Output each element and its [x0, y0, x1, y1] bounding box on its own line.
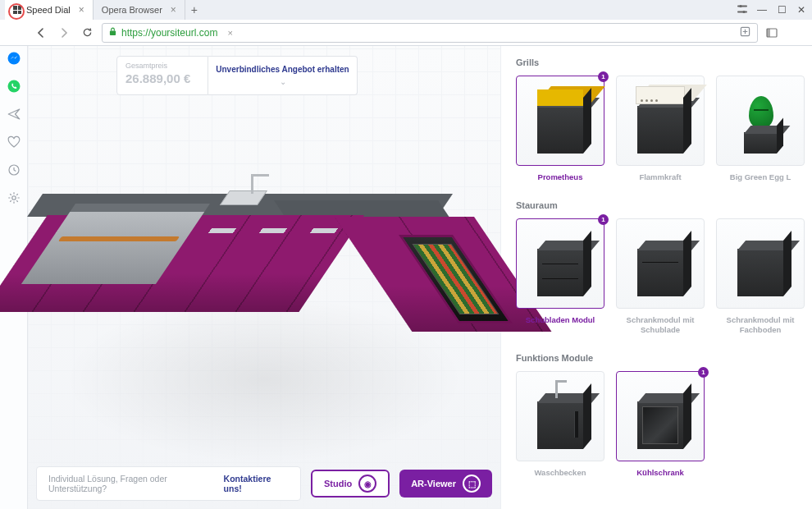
svg-rect-7: [767, 29, 770, 37]
chevron-down-icon: ⌄: [280, 77, 286, 86]
catalog-card-label: Flammkraft: [639, 172, 681, 182]
help-box: Individual Lösung, Fragen oder Unterstüt…: [36, 466, 301, 501]
catalog-thumbnail: [516, 218, 604, 309]
cube-icon: ⬚: [463, 475, 481, 493]
catalog-card[interactable]: Big Green Egg L: [716, 76, 805, 182]
catalog-section-title: Grills: [516, 57, 801, 67]
catalog-section-title: Funktions Module: [516, 353, 801, 363]
minimize-icon[interactable]: ―: [756, 4, 768, 16]
new-tab-button[interactable]: +: [185, 3, 203, 16]
catalog-card[interactable]: 1Prometheus: [516, 76, 604, 182]
catalog-row: Waschbecken1Kühlschrank: [516, 371, 801, 478]
svg-point-9: [7, 80, 20, 93]
tab-title: Opera Browser: [102, 5, 162, 15]
catalog-card[interactable]: Schrankmodul mit Schublade: [616, 218, 705, 335]
svg-point-3: [742, 10, 745, 12]
summary-box: Gesamtpreis 26.889,00 € Unverbindliches …: [116, 56, 358, 95]
window-controls: ― ☐ ✕: [737, 3, 807, 17]
close-window-icon[interactable]: ✕: [796, 4, 807, 16]
browser-tab-inactive[interactable]: Opera Browser ×: [94, 0, 185, 20]
url-text: https://yoursiteurl.com: [121, 27, 217, 39]
catalog-row: 1Schubladen ModulSchrankmodul mit Schubl…: [516, 218, 801, 335]
catalog-card-label: Schrankmodul mit Fachboden: [716, 315, 805, 335]
messenger-icon[interactable]: [7, 51, 21, 66]
svg-rect-4: [110, 31, 116, 35]
catalog-row: 1PrometheusFlammkraftBig Green Egg L: [516, 76, 801, 182]
catalog-thumbnail: [716, 218, 805, 309]
ar-viewer-button[interactable]: AR-Viewer ⬚: [399, 470, 492, 498]
offer-label: Unverbindliches Angebot erhalten: [216, 65, 349, 74]
maximize-icon[interactable]: ☐: [776, 4, 787, 16]
catalog-thumbnail: [616, 371, 705, 461]
lock-icon: [109, 27, 116, 38]
svg-point-11: [11, 196, 16, 200]
back-button[interactable]: [33, 25, 49, 41]
catalog-thumbnail: [716, 76, 805, 166]
whatsapp-icon[interactable]: [7, 79, 21, 94]
opera-logo-icon[interactable]: [8, 3, 25, 20]
price-label: Gesamtpreis: [125, 62, 199, 70]
close-tab-icon[interactable]: ×: [171, 4, 176, 16]
count-badge: 1: [698, 367, 709, 378]
catalog-thumbnail: [516, 76, 604, 166]
count-badge: 1: [598, 214, 609, 225]
price-box: Gesamtpreis 26.889,00 €: [116, 56, 208, 95]
contact-link[interactable]: Kontaktiere uns!: [224, 474, 289, 493]
clear-url-icon[interactable]: ×: [227, 28, 232, 38]
3d-canvas[interactable]: Gesamtpreis 26.889,00 € Unverbindliches …: [28, 46, 500, 509]
catalog-card-label: Schubladen Modul: [526, 315, 595, 325]
studio-label: Studio: [324, 479, 352, 488]
sidebar-toggle-icon[interactable]: [764, 25, 779, 40]
catalog-card-label: Kühlschrank: [636, 468, 684, 478]
easy-setup-icon[interactable]: [737, 3, 748, 17]
ar-label: AR-Viewer: [411, 479, 456, 488]
catalog-section: Stauraum1Schubladen ModulSchrankmodul mi…: [516, 200, 801, 335]
catalog-thumbnail: [616, 218, 705, 309]
browser-tabs: Speed Dial × Opera Browser × +: [5, 0, 737, 20]
catalog-card-label: Prometheus: [538, 172, 583, 182]
bottom-bar: Individual Lösung, Fragen oder Unterstüt…: [36, 466, 492, 501]
catalog-thumbnail: [616, 76, 705, 166]
catalog-card[interactable]: Flammkraft: [616, 76, 705, 182]
catalog-card[interactable]: 1Schubladen Modul: [516, 218, 604, 335]
forward-button[interactable]: [56, 25, 72, 41]
catalog-card[interactable]: Waschbecken: [516, 371, 604, 478]
camera-icon: ◉: [358, 475, 376, 493]
catalog-card-label: Schrankmodul mit Schublade: [616, 315, 705, 335]
tab-title: Speed Dial: [26, 5, 71, 15]
heart-icon[interactable]: [7, 135, 21, 149]
browser-titlebar: Speed Dial × Opera Browser × + ― ☐ ✕: [0, 0, 812, 20]
close-tab-icon[interactable]: ×: [79, 4, 84, 16]
catalog-section: Funktions ModuleWaschbecken1Kühlschrank: [516, 353, 801, 478]
studio-button[interactable]: Studio ◉: [311, 470, 390, 498]
price-value: 26.889,00 €: [125, 71, 199, 85]
settings-icon[interactable]: [7, 190, 21, 205]
catalog-card[interactable]: 1Kühlschrank: [616, 371, 705, 478]
url-bar[interactable]: https://yoursiteurl.com ×: [102, 23, 758, 43]
svg-rect-0: [737, 5, 747, 7]
clock-icon[interactable]: [7, 163, 21, 177]
svg-rect-1: [737, 11, 747, 12]
catalog-section-title: Stauraum: [516, 200, 801, 210]
send-icon[interactable]: [7, 107, 21, 122]
svg-point-8: [7, 53, 20, 65]
request-offer-button[interactable]: Unverbindliches Angebot erhalten ⌄: [208, 56, 358, 95]
kitchen-3d-model[interactable]: [43, 186, 469, 374]
workspace: Gesamtpreis 26.889,00 € Unverbindliches …: [0, 46, 812, 509]
browser-toolbar: https://yoursiteurl.com ×: [0, 20, 812, 46]
bookmark-icon[interactable]: [740, 26, 750, 39]
svg-point-2: [739, 4, 741, 7]
help-text: Individual Lösung, Fragen oder Unterstüt…: [48, 474, 221, 493]
catalog-card-label: Waschbecken: [534, 468, 586, 478]
count-badge: 1: [598, 71, 609, 82]
catalog-section: Grills1PrometheusFlammkraftBig Green Egg…: [516, 57, 801, 182]
catalog-panel: Grills1PrometheusFlammkraftBig Green Egg…: [500, 46, 812, 509]
catalog-card-label: Big Green Egg L: [730, 172, 791, 182]
reload-button[interactable]: [79, 25, 95, 41]
catalog-thumbnail: [516, 371, 604, 461]
catalog-card[interactable]: Schrankmodul mit Fachboden: [716, 218, 805, 335]
